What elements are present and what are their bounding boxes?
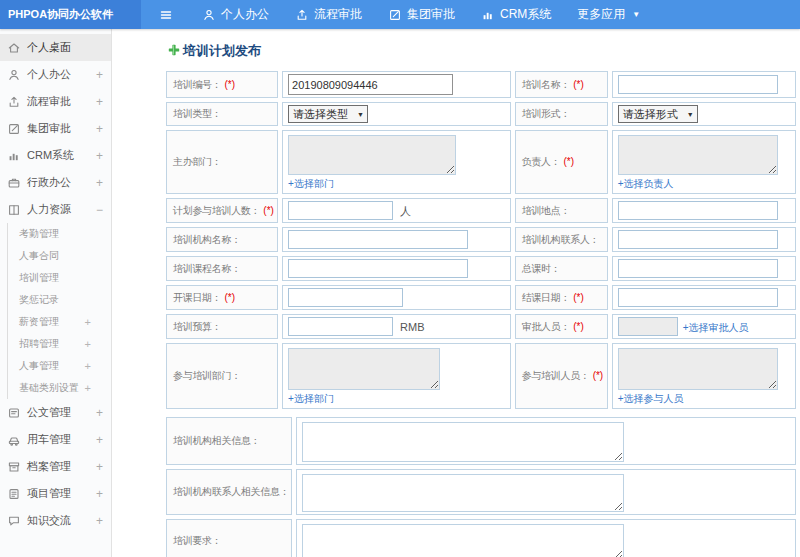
caret-down-icon: ▼ — [357, 111, 364, 118]
training-number-input[interactable] — [288, 74, 453, 95]
person-in-charge-textarea[interactable] — [618, 135, 778, 175]
sidebar-item-label: 集团审批 — [27, 121, 96, 136]
sidebar-subitem-hr-contract[interactable]: 人事合同 — [8, 245, 111, 267]
sidebar-subitem-attendance-mgmt[interactable]: 考勤管理 — [8, 223, 111, 245]
sidebar-subitem-training-mgmt[interactable]: 培训管理 — [8, 267, 111, 289]
select-person-in-charge-link[interactable]: +选择负责人 — [618, 178, 674, 189]
form-value-cell — [282, 256, 511, 281]
planned-participants-input[interactable] — [288, 201, 393, 220]
training-org-contact-input[interactable] — [618, 230, 778, 249]
training-budget-input[interactable] — [288, 317, 393, 336]
training-form-table: 培训编号：(*)培训名称：(*)培训类型：请选择类型▼培训形式：请选择形式▼主办… — [162, 67, 800, 413]
sidebar-subitem-label: 考勤管理 — [19, 227, 91, 241]
training-org-contact-info-textarea[interactable] — [302, 474, 624, 512]
training-course-name-input[interactable] — [288, 259, 468, 278]
nav-item-group-approval[interactable]: 集团审批 — [388, 6, 455, 23]
participating-personnel-textarea[interactable] — [618, 348, 778, 390]
select-approver-link[interactable]: +选择审批人员 — [683, 322, 749, 333]
training-form-select[interactable]: 请选择形式▼ — [618, 105, 698, 123]
form-value-cell — [296, 519, 796, 557]
expand-plus-icon: + — [85, 360, 91, 372]
approver-input[interactable] — [618, 317, 678, 336]
sidebar-item-group-approval[interactable]: 集团审批+ — [0, 115, 111, 142]
sidebar-item-label: CRM系统 — [27, 148, 96, 163]
nav-item-personal-office[interactable]: 个人办公 — [202, 6, 269, 23]
archive-icon — [7, 460, 21, 474]
nav-label: 集团审批 — [407, 6, 455, 23]
nav-label: CRM系统 — [500, 6, 551, 23]
participating-departments-textarea[interactable] — [288, 348, 440, 390]
sidebar-subitem-base-categories[interactable]: 基础类别设置+ — [8, 377, 111, 399]
edit-icon — [7, 122, 21, 136]
form-value-cell — [612, 198, 796, 223]
field-label: 负责人： — [522, 156, 561, 167]
sidebar-item-label: 流程审批 — [27, 94, 96, 109]
form-label-cell: 培训名称：(*) — [515, 71, 608, 98]
sidebar-item-vehicle-mgmt[interactable]: 用车管理+ — [0, 426, 111, 453]
training-location-input[interactable] — [618, 201, 778, 220]
form-label-cell: 审批人员：(*) — [515, 314, 608, 339]
sidebar-item-flow-approval[interactable]: 流程审批+ — [0, 88, 111, 115]
sidebar-item-knowledge[interactable]: 知识交流+ — [0, 507, 111, 534]
form-value-cell — [282, 227, 511, 252]
home-icon — [7, 41, 21, 55]
required-mark: (*) — [573, 321, 584, 332]
sidebar-subitem-reward-punish[interactable]: 奖惩记录 — [8, 289, 111, 311]
select-department-link[interactable]: +选择部门 — [288, 178, 334, 189]
sidebar-subitem-recruit-mgmt[interactable]: 招聘管理+ — [8, 333, 111, 355]
form-label-cell: 主办部门： — [166, 130, 278, 194]
field-label: 参与培训部门： — [173, 370, 241, 381]
menu-icon[interactable] — [159, 8, 173, 22]
user-icon — [7, 68, 21, 82]
app-logo: PHPOA协同办公软件 — [0, 0, 141, 29]
sidebar-subitem-label: 奖惩记录 — [19, 293, 91, 307]
training-org-info-textarea[interactable] — [302, 422, 624, 462]
sidebar-item-archive-mgmt[interactable]: 档案管理+ — [0, 453, 111, 480]
form-value-cell — [282, 285, 511, 310]
sidebar-item-project-mgmt[interactable]: 项目管理+ — [0, 480, 111, 507]
sidebar-item-personal-office[interactable]: 个人办公+ — [0, 61, 111, 88]
form-value-cell — [296, 417, 796, 465]
training-requirements-textarea[interactable] — [302, 524, 624, 557]
training-org-name-input[interactable] — [288, 230, 468, 249]
caret-down-icon: ▼ — [632, 10, 640, 19]
form-label-cell: 参与培训人员：(*) — [515, 343, 608, 409]
sidebar-item-crm-system[interactable]: CRM系统+ — [0, 142, 111, 169]
chart-icon — [7, 149, 21, 163]
field-label: 参与培训人员： — [522, 370, 590, 381]
sidebar-item-human-resources[interactable]: 人力资源− — [0, 196, 111, 223]
collapse-minus-icon: − — [96, 203, 103, 217]
total-class-hours-input[interactable] — [618, 259, 778, 278]
top-nav: 个人办公流程审批集团审批CRM系统更多应用▼ — [141, 0, 653, 29]
sidebar-item-admin-office[interactable]: 行政办公+ — [0, 169, 111, 196]
form-label-cell: 参与培训部门： — [166, 343, 278, 409]
select-participants-link[interactable]: +选择参与人员 — [618, 393, 684, 404]
sidebar-subitem-salary-mgmt[interactable]: 薪资管理+ — [8, 311, 111, 333]
sidebar-subitem-personnel-mgmt[interactable]: 人事管理+ — [8, 355, 111, 377]
start-date-input[interactable] — [288, 288, 403, 307]
form-value-cell: 人 — [282, 198, 511, 223]
nav-item-flow-approval[interactable]: 流程审批 — [295, 6, 362, 23]
sidebar-subitem-label: 招聘管理 — [19, 337, 85, 351]
expand-plus-icon: + — [85, 338, 91, 350]
car-icon — [7, 433, 21, 447]
training-name-input[interactable] — [618, 75, 778, 94]
form-label-cell: 培训机构名称： — [166, 227, 278, 252]
end-date-input[interactable] — [618, 288, 778, 307]
sidebar-item-document-mgmt[interactable]: 公文管理+ — [0, 399, 111, 426]
form-value-cell: +选择负责人 — [612, 130, 796, 194]
host-department-textarea[interactable] — [288, 135, 456, 175]
select-department-link[interactable]: +选择部门 — [288, 393, 334, 404]
form-value-cell — [282, 71, 511, 98]
form-label-cell: 培训形式： — [515, 102, 608, 126]
nav-label: 流程审批 — [314, 6, 362, 23]
field-label: 培训课程名称： — [173, 263, 241, 274]
field-label: 培训机构相关信息： — [173, 435, 260, 446]
field-label: 培训要求： — [173, 535, 222, 546]
nav-item-more-apps[interactable]: 更多应用▼ — [577, 6, 640, 23]
field-label: 计划参与培训人数： — [173, 205, 260, 216]
flow-icon — [7, 95, 21, 109]
nav-item-crm-system[interactable]: CRM系统 — [481, 6, 551, 23]
training-type-select[interactable]: 请选择类型▼ — [288, 105, 368, 123]
sidebar-item-personal-desktop[interactable]: 个人桌面 — [0, 34, 111, 61]
